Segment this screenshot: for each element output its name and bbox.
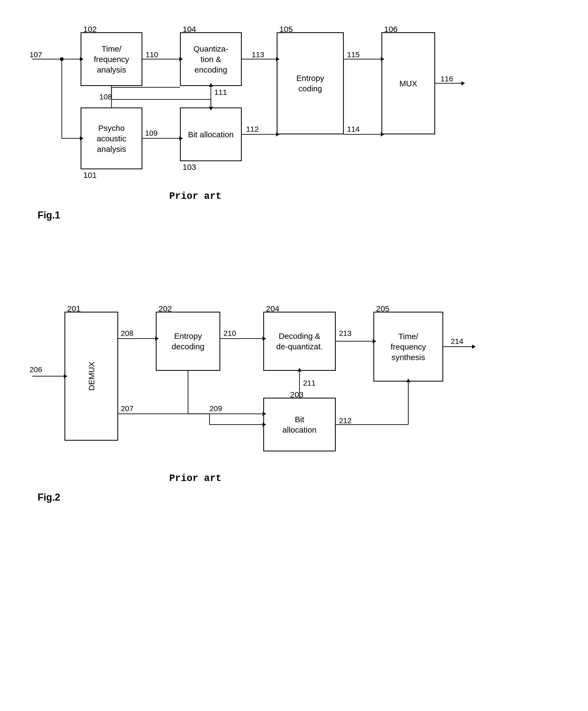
svg-point-1 bbox=[60, 57, 64, 61]
svg-marker-50 bbox=[472, 345, 476, 348]
wire-112: 112 bbox=[246, 125, 259, 133]
label-104: 104 bbox=[183, 25, 196, 34]
wire-111: 111 bbox=[214, 88, 227, 97]
label-204: 204 bbox=[266, 304, 279, 313]
wire2-212: 212 bbox=[339, 416, 352, 425]
wire2-207: 207 bbox=[121, 404, 133, 413]
wire-108: 108 bbox=[100, 93, 112, 101]
wire-115: 115 bbox=[347, 50, 360, 59]
fig1-diagram: Time/frequencyanalysis 102 Psychoacousti… bbox=[21, 16, 559, 236]
box-bit-alloc-1: Bit allocation bbox=[180, 107, 242, 161]
wire2-209: 209 bbox=[210, 404, 222, 413]
wire-116: 116 bbox=[440, 75, 453, 83]
fig2-diagram: DEMUX 201 Entropydecoding 202 Decoding &… bbox=[21, 285, 559, 527]
label-202: 202 bbox=[158, 304, 172, 313]
box-time-freq-synth: Time/frequencysynthesis bbox=[373, 312, 443, 382]
wire2-208: 208 bbox=[121, 329, 133, 338]
label-106: 106 bbox=[384, 25, 397, 34]
wire2-214: 214 bbox=[451, 337, 463, 346]
wire2-211: 211 bbox=[303, 379, 315, 387]
wire-107: 107 bbox=[29, 50, 42, 59]
svg-marker-28 bbox=[461, 81, 465, 85]
wire2-210: 210 bbox=[223, 329, 236, 338]
label-203: 203 bbox=[290, 390, 304, 399]
label-105: 105 bbox=[279, 25, 293, 34]
box-entropy-dec: Entropydecoding bbox=[156, 312, 220, 371]
label-101: 101 bbox=[83, 171, 97, 180]
fig2-label: Fig.2 bbox=[38, 492, 60, 503]
fig1-caption: Prior art bbox=[169, 191, 221, 202]
fig2-caption: Prior art bbox=[169, 473, 221, 484]
label-102: 102 bbox=[83, 25, 97, 34]
box-quant: Quantiza-tion &encoding bbox=[180, 32, 242, 86]
wire-109: 109 bbox=[145, 129, 158, 137]
box-time-freq-1: Time/frequencyanalysis bbox=[81, 32, 143, 86]
wire2-206: 206 bbox=[29, 365, 42, 374]
wire-113: 113 bbox=[252, 50, 264, 59]
label-103: 103 bbox=[183, 163, 196, 172]
box-mux: MUX bbox=[382, 32, 435, 134]
wire2-213: 213 bbox=[339, 329, 352, 338]
wire-110: 110 bbox=[146, 50, 158, 59]
box-decoding: Decoding &de-quantizat. bbox=[263, 312, 336, 371]
box-psycho: Psychoacousticanalysis bbox=[81, 107, 143, 169]
wire-114: 114 bbox=[347, 125, 360, 133]
label-205: 205 bbox=[376, 304, 390, 313]
box-entropy-1: Entropycoding bbox=[277, 32, 344, 134]
box-bit-alloc-2: Bitallocation bbox=[263, 398, 336, 451]
fig1-label: Fig.1 bbox=[38, 210, 60, 221]
box-demux: DEMUX bbox=[64, 312, 118, 441]
label-201: 201 bbox=[67, 304, 81, 313]
